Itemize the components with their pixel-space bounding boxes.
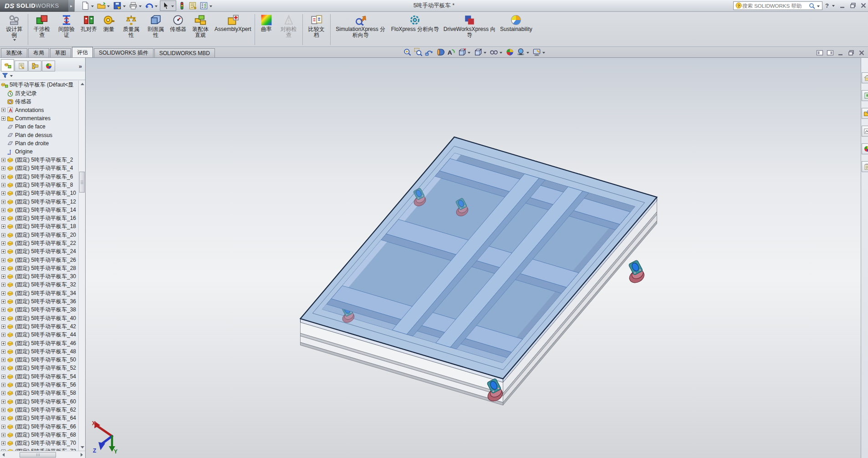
doc-minimize-button[interactable]	[836, 49, 845, 57]
scroll-right-arrow[interactable]	[78, 451, 85, 458]
expand-toggle[interactable]	[1, 358, 5, 362]
expand-toggle[interactable]	[1, 333, 5, 337]
tree-component-row[interactable]: (固定) 5吨手动平板车_24	[0, 248, 78, 256]
expand-toggle[interactable]	[1, 366, 5, 370]
expand-toggle[interactable]	[1, 425, 5, 429]
measure-button[interactable]: 测量	[99, 13, 119, 46]
featuremanager-tree-tab[interactable]	[1, 59, 14, 71]
tree-component-row[interactable]: (固定) 5吨手动平板车_34	[0, 289, 78, 297]
apply-scene-button[interactable]	[516, 48, 531, 56]
expand-toggle[interactable]	[1, 391, 5, 395]
assembly-visualization-button[interactable]: 装配体直观	[188, 13, 213, 46]
expand-toggle[interactable]	[1, 241, 5, 245]
restore-button[interactable]	[848, 1, 858, 10]
expand-toggle[interactable]	[1, 350, 5, 354]
filter-dropdown-arrow[interactable]	[10, 75, 13, 77]
search-box[interactable]: ?	[733, 1, 822, 10]
tree-component-row[interactable]: (固定) 5吨手动平板车_56	[0, 381, 78, 389]
view-settings-button[interactable]	[532, 48, 546, 56]
design-library-button[interactable]	[862, 90, 868, 101]
dropdown-arrow[interactable]	[139, 5, 142, 7]
tree-component-row[interactable]: (固定) 5吨手动平板车_38	[0, 306, 78, 314]
dropdown-arrow[interactable]	[107, 5, 110, 7]
section-properties-button[interactable]: 剖面属性	[143, 13, 168, 46]
expand-toggle[interactable]	[1, 416, 5, 420]
doc-restore-button[interactable]	[847, 49, 856, 57]
expand-toggle[interactable]	[1, 258, 5, 262]
hole-alignment-button[interactable]: 孔对齐	[79, 13, 99, 46]
tree-component-row[interactable]: (固定) 5吨手动平板车_32	[0, 281, 78, 289]
minimize-button[interactable]	[838, 1, 847, 10]
dropdown-arrow[interactable]	[832, 5, 835, 7]
tab-solidworks-mbd[interactable]: SOLIDWORKS MBD	[154, 48, 215, 57]
tree-component-row[interactable]: (固定) 5吨手动平板车_18	[0, 223, 78, 231]
expand-toggle[interactable]	[1, 325, 5, 329]
view-palette-button[interactable]	[862, 126, 868, 137]
expand-toggle[interactable]	[1, 183, 5, 187]
edit-appearance-button[interactable]	[505, 48, 515, 56]
view-orientation-button[interactable]	[457, 48, 472, 56]
expand-toggle[interactable]	[1, 249, 5, 254]
tree-component-row[interactable]: (固定) 5吨手动平板车_12	[0, 198, 78, 206]
tree-component-row[interactable]: (固定) 5吨手动平板车_20	[0, 231, 78, 239]
hide-show-items-button[interactable]	[489, 48, 504, 56]
select-button[interactable]	[160, 0, 176, 11]
dropdown-arrow[interactable]	[155, 5, 158, 7]
expand-toggle[interactable]	[1, 316, 5, 321]
expand-toggle[interactable]	[1, 200, 5, 204]
tree-component-row[interactable]: (固定) 5吨手动平板车_26	[0, 256, 78, 264]
tree-component-row[interactable]: (固定) 5吨手动平板车_6	[0, 173, 78, 181]
tree-item[interactable]: Plan de droite	[0, 139, 78, 148]
display-style-button[interactable]	[473, 48, 488, 56]
dropdown-arrow[interactable]	[123, 5, 126, 7]
tab-solidworks-addins[interactable]: SOLIDWORKS 插件	[94, 48, 153, 57]
expand-toggle[interactable]	[1, 383, 5, 387]
tree-horizontal-scrollbar[interactable]	[0, 451, 85, 458]
dropdown-arrow[interactable]	[13, 39, 16, 41]
tree-component-row[interactable]: (固定) 5吨手动平板车_64	[0, 414, 78, 422]
vertical-scroll-thumb[interactable]	[79, 172, 85, 193]
filter-icon[interactable]	[1, 72, 9, 79]
previous-view-button[interactable]	[424, 48, 434, 56]
tree-item[interactable]: Plan de face	[0, 122, 78, 131]
tab-layout[interactable]: 布局	[28, 48, 49, 57]
expand-toggle[interactable]	[1, 308, 5, 312]
tree-vertical-scrollbar[interactable]	[78, 81, 85, 451]
dropdown-arrow[interactable]	[500, 52, 502, 54]
search-dropdown-arrow[interactable]	[817, 5, 820, 7]
tree-component-row[interactable]: (固定) 5吨手动平板车_46	[0, 339, 78, 347]
show-right-pane-button[interactable]	[826, 49, 835, 57]
interference-check-button[interactable]: 干涉检查	[30, 13, 54, 46]
mass-properties-button[interactable]: 质量属性	[119, 13, 143, 46]
tree-component-row[interactable]: (固定) 5吨手动平板车_72	[0, 448, 78, 451]
scroll-down-arrow[interactable]	[79, 444, 86, 451]
tree-item[interactable]: Origine	[0, 148, 78, 156]
tab-sketch[interactable]: 草图	[50, 48, 71, 57]
tree-component-row[interactable]: (固定) 5吨手动平板车_28	[0, 264, 78, 272]
file-properties-button[interactable]	[188, 1, 198, 10]
expand-toggle[interactable]	[1, 283, 5, 287]
tree-component-row[interactable]: (固定) 5吨手动平板车_54	[0, 372, 78, 381]
tree-component-row[interactable]: (固定) 5吨手动平板车_14	[0, 206, 78, 214]
tree-component-row[interactable]: (固定) 5吨手动平板车_62	[0, 406, 78, 414]
print-button[interactable]	[128, 1, 143, 10]
tree-component-row[interactable]: (固定) 5吨手动平板车_22	[0, 239, 78, 247]
expand-toggle[interactable]	[1, 291, 5, 295]
tree-component-row[interactable]: (固定) 5吨手动平板车_36	[0, 297, 78, 305]
dropdown-arrow[interactable]	[526, 52, 529, 54]
tab-assembly[interactable]: 装配体	[1, 48, 27, 57]
tree-item[interactable]: A Annotations	[0, 106, 78, 114]
undo-button[interactable]	[144, 1, 159, 10]
tree-item[interactable]: 历史记录	[0, 89, 78, 97]
expand-toggle[interactable]	[1, 275, 5, 279]
dropdown-arrow[interactable]	[171, 5, 174, 7]
symmetry-check-button[interactable]: 对称检查	[276, 13, 301, 46]
expand-toggle[interactable]	[1, 108, 5, 112]
open-document-button[interactable]	[96, 1, 112, 10]
tree-component-row[interactable]: (固定) 5吨手动平板车_40	[0, 314, 78, 322]
zoom-to-area-button[interactable]	[414, 48, 423, 56]
tree-component-row[interactable]: (固定) 5吨手动平板车_48	[0, 347, 78, 356]
driveworksxpress-button[interactable]: DriveWorksXpress 向导	[441, 13, 498, 46]
configurationmanager-tab[interactable]	[28, 61, 41, 71]
propertymanager-tab[interactable]	[15, 61, 28, 71]
